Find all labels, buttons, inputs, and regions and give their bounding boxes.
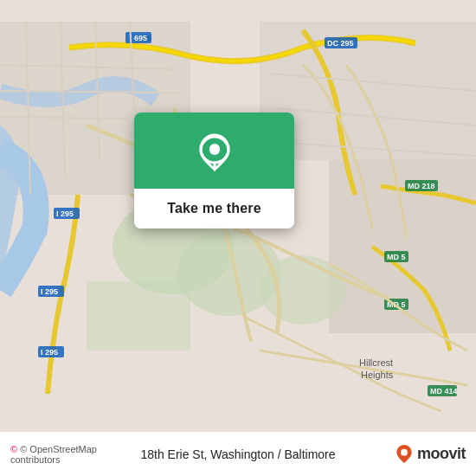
svg-text:MD 5: MD 5 <box>387 253 406 261</box>
svg-text:I 295: I 295 <box>41 348 58 357</box>
map-pin-icon <box>194 132 235 173</box>
take-me-there-button[interactable]: Take me there <box>134 189 294 228</box>
location-label: 18th Erie St, Washington / Baltimore <box>125 447 352 461</box>
bottom-bar: © © OpenStreetMap contributors 18th Erie… <box>0 431 476 476</box>
moovit-pin-icon <box>395 445 414 464</box>
svg-text:Heights: Heights <box>361 370 394 380</box>
attribution-text: © OpenStreetMap contributors <box>10 444 97 465</box>
osm-attribution: © © OpenStreetMap contributors <box>10 444 125 465</box>
map-container: I 695 I 695 DC 295 I 295 I 295 I 295 MD … <box>0 0 476 476</box>
svg-rect-7 <box>87 281 190 351</box>
svg-text:MD 414: MD 414 <box>430 387 458 396</box>
moovit-logo: moovit <box>352 445 466 464</box>
svg-text:I 295: I 295 <box>56 209 74 218</box>
svg-text:MD 218: MD 218 <box>408 182 435 190</box>
popup-icon-area <box>134 113 294 189</box>
moovit-wordmark: moovit <box>417 445 466 463</box>
svg-text:I 295: I 295 <box>41 287 58 296</box>
svg-point-42 <box>401 448 408 455</box>
svg-text:I 695: I 695 <box>130 34 147 42</box>
svg-point-41 <box>209 145 220 155</box>
svg-text:DC 295: DC 295 <box>327 39 354 48</box>
svg-text:Hillcrest: Hillcrest <box>359 357 393 368</box>
popup-card: Take me there <box>134 113 294 228</box>
map-background: I 695 I 695 DC 295 I 295 I 295 I 295 MD … <box>0 0 476 476</box>
